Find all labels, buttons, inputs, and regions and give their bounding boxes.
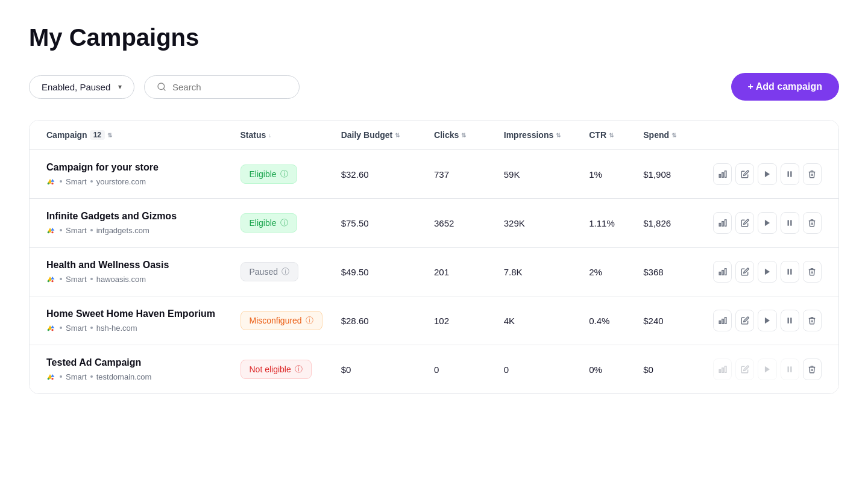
search-input[interactable] (172, 82, 287, 92)
svg-point-11 (51, 231, 53, 233)
svg-rect-22 (719, 272, 720, 275)
delete-button[interactable] (803, 163, 822, 185)
analytics-button[interactable] (713, 261, 732, 283)
pause-icon (785, 219, 794, 227)
info-icon: ⓘ (295, 364, 303, 375)
svg-marker-39 (765, 366, 770, 373)
play-button[interactable] (758, 163, 776, 185)
google-ads-icon (46, 225, 56, 235)
google-ads-icon (46, 323, 56, 333)
play-icon (763, 219, 772, 227)
trash-icon (808, 268, 816, 276)
table-row: Tested Ad Campaign Smart testdomain.com … (30, 345, 838, 393)
pause-icon (785, 170, 794, 178)
pause-button[interactable] (781, 310, 799, 331)
svg-marker-7 (765, 171, 770, 178)
svg-point-3 (51, 183, 53, 184)
ctr-value: 0% (589, 365, 643, 375)
svg-point-19 (51, 280, 53, 282)
svg-rect-36 (725, 366, 726, 373)
page-title: My Campaigns (29, 24, 839, 51)
action-buttons (713, 163, 822, 185)
play-button[interactable] (758, 310, 776, 331)
bar-chart-icon (719, 219, 727, 227)
edit-button[interactable] (735, 310, 754, 331)
pause-button[interactable] (781, 212, 799, 234)
campaign-type: Smart (66, 177, 87, 186)
analytics-button[interactable] (713, 212, 732, 234)
pencil-icon (741, 316, 749, 325)
campaign-type: Smart (66, 226, 87, 235)
pause-button[interactable] (781, 261, 799, 283)
delete-button[interactable] (803, 212, 822, 234)
clicks-value: 737 (434, 169, 504, 180)
svg-marker-23 (765, 269, 770, 275)
action-buttons (713, 358, 822, 380)
col-impressions: Impressions ⇅ (504, 130, 589, 140)
filter-dropdown[interactable]: Enabled, Paused ▾ (29, 75, 134, 99)
google-ads-icon (46, 372, 56, 381)
campaign-meta: Smart hsh-he.com (46, 323, 241, 333)
sort-spend-icon[interactable]: ⇅ (671, 132, 676, 139)
svg-rect-9 (790, 171, 791, 177)
delete-button[interactable] (803, 310, 822, 331)
clicks-value: 3652 (434, 218, 504, 228)
sort-campaign-icon[interactable]: ⇅ (107, 132, 112, 139)
sort-ctr-icon[interactable]: ⇅ (609, 132, 614, 139)
svg-rect-25 (790, 269, 791, 274)
delete-button[interactable] (803, 358, 822, 380)
svg-point-35 (51, 378, 53, 380)
daily-budget-value: $32.60 (341, 169, 434, 180)
status-cell: Eligible ⓘ (241, 164, 341, 184)
clicks-value: 102 (434, 316, 504, 326)
play-button[interactable] (758, 212, 776, 234)
pause-button[interactable] (781, 163, 799, 185)
ctr-value: 2% (589, 267, 643, 277)
status-badge: Paused ⓘ (241, 262, 298, 281)
separator-dot (90, 375, 93, 378)
campaign-meta: Smart yourstore.com (46, 177, 241, 186)
svg-rect-4 (725, 171, 726, 178)
status-cell: Eligible ⓘ (241, 213, 341, 233)
analytics-button[interactable] (713, 163, 732, 185)
col-spend: Spend ⇅ (643, 130, 713, 140)
sort-status-icon[interactable]: ↓ (268, 132, 271, 139)
play-button[interactable] (758, 261, 776, 283)
add-campaign-button[interactable]: + Add campaign (731, 73, 839, 101)
edit-button[interactable] (735, 261, 754, 283)
impressions-value: 7.8K (504, 267, 589, 277)
trash-icon (808, 170, 816, 178)
campaign-name: Home Sweet Home Haven Emporium (46, 308, 241, 319)
google-ads-icon (46, 177, 56, 186)
trash-icon (808, 365, 816, 374)
svg-point-18 (48, 280, 49, 282)
svg-rect-6 (719, 175, 720, 178)
svg-rect-41 (790, 366, 791, 372)
separator-dot (60, 180, 62, 183)
impressions-value: 4K (504, 316, 589, 326)
bar-chart-icon (719, 268, 727, 276)
edit-button (735, 358, 754, 380)
play-icon (763, 316, 772, 325)
campaign-name: Infinite Gadgets and Gizmos (46, 211, 241, 222)
search-icon (157, 82, 166, 92)
sort-clicks-icon[interactable]: ⇅ (461, 132, 466, 139)
edit-button[interactable] (735, 212, 754, 234)
spend-value: $0 (643, 365, 713, 375)
ctr-value: 1% (589, 169, 643, 180)
status-badge: Not eligible ⓘ (241, 360, 312, 379)
table-row: Campaign for your store Smart yourstore.… (30, 150, 838, 199)
col-daily-budget: Daily Budget ⇅ (341, 130, 434, 140)
analytics-button[interactable] (713, 310, 732, 331)
analytics-button (713, 358, 732, 380)
campaign-type: Smart (66, 324, 87, 333)
sort-budget-icon[interactable]: ⇅ (395, 132, 400, 139)
separator-dot (90, 180, 93, 183)
delete-button[interactable] (803, 261, 822, 283)
table-row: Infinite Gadgets and Gizmos Smart infgad… (30, 199, 838, 248)
separator-dot (90, 278, 93, 280)
table-row: Home Sweet Home Haven Emporium Smart hsh… (30, 296, 838, 345)
sort-impressions-icon[interactable]: ⇅ (556, 132, 561, 139)
edit-button[interactable] (735, 163, 754, 185)
svg-rect-24 (788, 269, 789, 274)
